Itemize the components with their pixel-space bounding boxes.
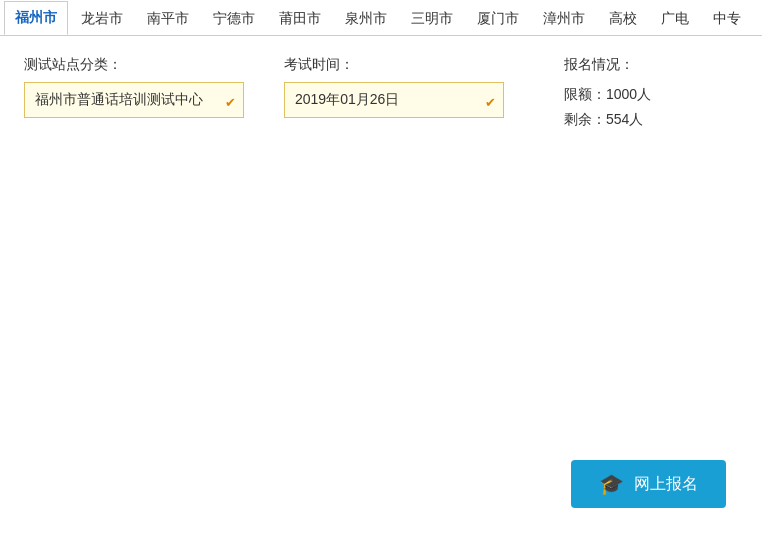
tab-4[interactable]: 莆田市 (268, 2, 332, 35)
tab-0[interactable]: 福州市 (4, 1, 68, 35)
station-select[interactable]: 福州市普通话培训测试中心 (24, 82, 244, 118)
exam-time-section: 考试时间： 2019年01月26日 (284, 56, 504, 118)
reg-status-section: 报名情况： 限额：1000人 剩余：554人 (564, 56, 651, 132)
reg-limit-line: 限额：1000人 (564, 82, 651, 107)
register-button[interactable]: 🎓 网上报名 (571, 460, 726, 508)
tab-7[interactable]: 厦门市 (466, 2, 530, 35)
reg-remaining-line: 剩余：554人 (564, 107, 651, 132)
reg-remaining-label: 剩余： (564, 111, 606, 127)
station-label: 测试站点分类： (24, 56, 244, 74)
main-content: 测试站点分类： 福州市普通话培训测试中心 考试时间： 2019年01月26日 报… (0, 36, 762, 152)
collapse-button[interactable]: ▲ (754, 7, 762, 29)
reg-remaining-value: 554人 (606, 111, 643, 127)
tab-11[interactable]: 中专 (702, 2, 752, 35)
reg-limit-label: 限额： (564, 86, 606, 102)
reg-status-label: 报名情况： (564, 56, 651, 74)
tab-1[interactable]: 龙岩市 (70, 2, 134, 35)
tab-10[interactable]: 广电 (650, 2, 700, 35)
register-button-label: 网上报名 (634, 474, 698, 495)
tab-6[interactable]: 三明市 (400, 2, 464, 35)
exam-time-label: 考试时间： (284, 56, 504, 74)
section-row: 测试站点分类： 福州市普通话培训测试中心 考试时间： 2019年01月26日 报… (24, 56, 738, 132)
tab-5[interactable]: 泉州市 (334, 2, 398, 35)
tab-8[interactable]: 漳州市 (532, 2, 596, 35)
tabs-container: 福州市龙岩市南平市宁德市莆田市泉州市三明市厦门市漳州市高校广电中专 (4, 1, 754, 34)
tab-bar: 福州市龙岩市南平市宁德市莆田市泉州市三明市厦门市漳州市高校广电中专 ▲ (0, 0, 762, 36)
exam-time-select[interactable]: 2019年01月26日 (284, 82, 504, 118)
exam-time-select-wrapper[interactable]: 2019年01月26日 (284, 82, 504, 118)
tab-3[interactable]: 宁德市 (202, 2, 266, 35)
tab-2[interactable]: 南平市 (136, 2, 200, 35)
tab-9[interactable]: 高校 (598, 2, 648, 35)
station-section: 测试站点分类： 福州市普通话培训测试中心 (24, 56, 244, 118)
graduation-icon: 🎓 (599, 472, 624, 496)
station-select-wrapper[interactable]: 福州市普通话培训测试中心 (24, 82, 244, 118)
reg-limit-value: 1000人 (606, 86, 651, 102)
